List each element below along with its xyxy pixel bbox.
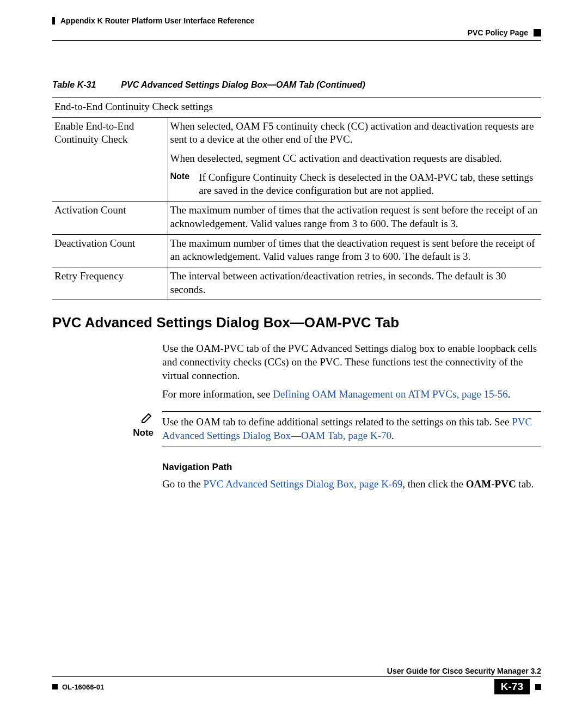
- link-defining-oam[interactable]: Defining OAM Management on ATM PVCs, pag…: [273, 388, 508, 400]
- note-body: Use the OAM tab to define additional set…: [162, 411, 541, 447]
- pencil-icon: [140, 411, 154, 424]
- section-p1: Use the OAM-PVC tab of the PVC Advanced …: [162, 342, 541, 382]
- nav-heading: Navigation Path: [162, 461, 541, 473]
- page-header: Appendix K Router Platform User Interfac…: [52, 16, 541, 41]
- footer-doc-id: OL-16066-01: [62, 683, 104, 691]
- header-bar-icon: [52, 17, 55, 25]
- table-caption: Table K-31PVC Advanced Settings Dialog B…: [52, 80, 541, 90]
- header-left-text: Appendix K Router Platform User Interfac…: [60, 16, 254, 25]
- note-pre: Use the OAM tab to define additional set…: [162, 416, 512, 428]
- row-text-activation: The maximum number of times that the act…: [168, 202, 541, 234]
- footer-guide: User Guide for Cisco Security Manager 3.…: [52, 667, 541, 677]
- nav-pre: Go to the: [162, 478, 203, 490]
- settings-table: End-to-End Continuity Check settings Ena…: [52, 97, 541, 300]
- page-footer: User Guide for Cisco Security Manager 3.…: [52, 667, 541, 694]
- body-block: Use the OAM-PVC tab of the PVC Advanced …: [162, 342, 541, 401]
- row-note-enable-cc: Note If Configure Continuity Check is de…: [168, 169, 541, 202]
- section-title: PVC Advanced Settings Dialog Box—OAM-PVC…: [52, 314, 541, 331]
- row-label-activation: Activation Count: [52, 202, 168, 234]
- header-right-text: PVC Policy Page: [468, 28, 528, 37]
- nav-bold: OAM-PVC: [466, 478, 516, 490]
- note-label: Note: [133, 428, 154, 438]
- table-number: Table K-31: [52, 80, 96, 89]
- table-section-header: End-to-End Continuity Check settings: [52, 98, 541, 118]
- table-caption-title: PVC Advanced Settings Dialog Box—OAM Tab…: [121, 80, 365, 89]
- nav-mid: , then click the: [402, 478, 466, 490]
- row-label-enable-cc: Enable End-to-End Continuity Check: [52, 117, 168, 201]
- link-advanced-settings[interactable]: PVC Advanced Settings Dialog Box, page K…: [203, 478, 402, 490]
- table-note-body: If Configure Continuity Check is deselec…: [199, 171, 534, 198]
- note-post: .: [391, 430, 394, 441]
- nav-post: tab.: [516, 478, 534, 490]
- table-note-label: Note: [170, 171, 197, 182]
- footer-right-square-icon: [535, 684, 541, 690]
- row-label-retry: Retry Frequency: [52, 267, 168, 300]
- section-p2-post: .: [508, 388, 511, 400]
- footer-left-square-icon: [52, 684, 58, 689]
- row-text-enable-cc-p1: When selected, OAM F5 continuity check (…: [168, 117, 541, 150]
- nav-text: Go to the PVC Advanced Settings Dialog B…: [162, 478, 541, 491]
- page-number: K-73: [494, 679, 530, 694]
- row-text-enable-cc-p2: When deselected, segment CC activation a…: [168, 150, 541, 169]
- section-p2-pre: For more information, see: [162, 388, 273, 400]
- note-section: Note Use the OAM tab to define additiona…: [52, 411, 541, 447]
- row-label-deactivation: Deactivation Count: [52, 234, 168, 267]
- row-text-retry: The interval between activation/deactiva…: [168, 267, 541, 300]
- row-text-deactivation: The maximum number of times that the dea…: [168, 234, 541, 267]
- header-square-icon: [534, 29, 541, 36]
- section-p2: For more information, see Defining OAM M…: [162, 388, 541, 401]
